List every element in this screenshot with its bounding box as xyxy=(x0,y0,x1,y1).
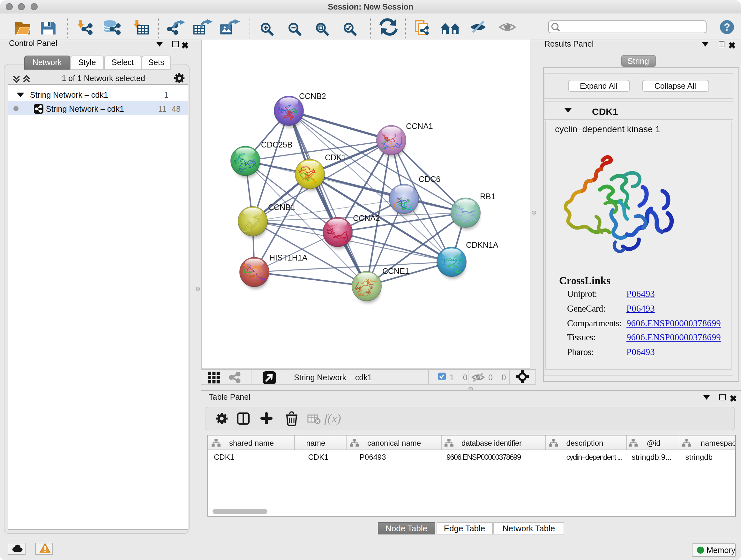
svg-text:0 – 0: 0 – 0 xyxy=(488,373,506,381)
svg-text:f(x): f(x) xyxy=(324,412,341,425)
svg-text:HIST1H1A: HIST1H1A xyxy=(269,253,307,262)
svg-text:?: ? xyxy=(724,21,730,33)
svg-text:CCNA1: CCNA1 xyxy=(406,122,433,131)
svg-text:CDC25B: CDC25B xyxy=(261,140,292,149)
svg-text:1 – 0: 1 – 0 xyxy=(449,373,467,381)
svg-text:CDC6: CDC6 xyxy=(418,175,440,184)
svg-text:CDK1: CDK1 xyxy=(325,153,346,162)
svg-text:CDKN1A: CDKN1A xyxy=(466,240,498,249)
svg-text:CCNB2: CCNB2 xyxy=(299,91,326,101)
svg-text:CCNB1: CCNB1 xyxy=(268,203,295,212)
svg-text:RB1: RB1 xyxy=(480,192,495,201)
svg-text:CCNE1: CCNE1 xyxy=(382,266,409,275)
svg-text:String Network – cdk1: String Network – cdk1 xyxy=(293,373,372,381)
svg-text:CCNA2: CCNA2 xyxy=(353,213,380,223)
